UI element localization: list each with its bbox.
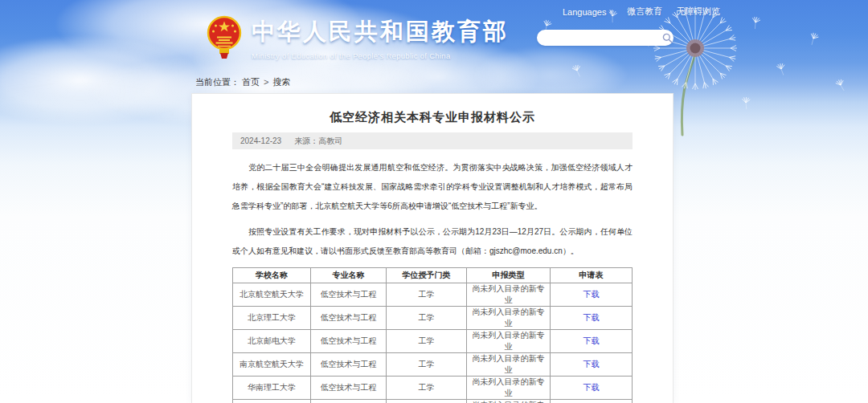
degree-category: 工学 [387,283,466,307]
degree-category: 工学 [387,307,466,330]
degree-category: 工学 [387,330,466,353]
site-subtitle: Ministry of Education of the People's Re… [252,51,509,60]
application-type: 尚未列入目录的新专业 [466,400,550,403]
table-row: 北京理工大学 低空技术与工程 工学 尚未列入目录的新专业 下载 [233,307,633,330]
download-link[interactable]: 下载 [583,313,600,322]
table-header-row: 学校名称 专业名称 学位授予门类 申报类型 申请表 [233,268,633,283]
application-type: 尚未列入目录的新专业 [466,283,550,307]
article-paragraph-1: 党的二十届三中全会明确提出发展通用航空和低空经济。为贯彻落实中央战略决策，加强低… [232,158,633,216]
article-paragraph-2: 按照专业设置有关工作要求，现对申报材料予以公示，公示期为12月23日—12月27… [232,222,633,261]
degree-category: 工学 [387,377,466,400]
degree-category: 工学 [387,353,466,377]
table-row: 南京航空航天大学 低空技术与工程 工学 尚未列入目录的新专业 下载 [233,353,633,377]
languages-menu[interactable]: Languages ∨ [563,7,613,17]
top-nav: Languages ∨ 微言教育 无障碍浏览 [563,6,720,18]
school-name: 西北工业大学 [233,400,311,403]
major-name: 低空技术与工程 [310,283,386,307]
article-meta-bar: 2024-12-23 来源：高教司 [232,132,633,149]
download-link[interactable]: 下载 [583,290,600,299]
table-row: 北京航空航天大学 低空技术与工程 工学 尚未列入目录的新专业 下载 [233,283,633,307]
application-type: 尚未列入目录的新专业 [466,307,550,330]
site-header: 中华人民共和国教育部 Ministry of Education of the … [206,15,509,60]
application-type: 尚未列入目录的新专业 [466,330,550,353]
col-header-major: 专业名称 [310,268,386,283]
table-row: 华南理工大学 低空技术与工程 工学 尚未列入目录的新专业 下载 [233,377,633,400]
search-icon[interactable] [662,33,673,43]
page-title: 低空经济相关本科专业申报材料公示 [232,94,633,124]
application-type: 尚未列入目录的新专业 [466,377,550,400]
download-link[interactable]: 下载 [583,383,600,392]
wechat-link[interactable]: 微言教育 [627,6,662,18]
breadcrumb-home-link[interactable]: 首页 [242,77,260,87]
breadcrumb-prefix: 当前位置： [195,77,240,87]
publish-date: 2024-12-23 [240,132,281,149]
breadcrumb: 当前位置：首页>搜索 [195,76,293,88]
national-emblem-logo [206,15,243,60]
major-name: 低空技术与工程 [310,307,386,330]
download-link[interactable]: 下载 [583,360,600,368]
application-table: 学校名称 专业名称 学位授予门类 申报类型 申请表 北京航空航天大学 低空技术与… [232,267,633,403]
table-row: 北京邮电大学 低空技术与工程 工学 尚未列入目录的新专业 下载 [233,330,633,353]
site-title: 中华人民共和国教育部 [252,16,509,48]
chevron-down-icon: ∨ [608,8,613,15]
school-name: 北京邮电大学 [233,330,311,353]
col-header-form: 申请表 [551,268,633,283]
search-input[interactable] [545,32,662,43]
school-name: 北京理工大学 [233,307,311,330]
accessibility-link[interactable]: 无障碍浏览 [676,6,720,18]
major-name: 低空技术与工程 [310,400,386,403]
school-name: 北京航空航天大学 [233,283,311,307]
school-name: 南京航空航天大学 [233,353,311,377]
article-card: 低空经济相关本科专业申报材料公示 2024-12-23 来源：高教司 党的二十届… [191,93,674,403]
article-source: 来源：高教司 [294,132,342,149]
download-link[interactable]: 下载 [583,336,600,345]
breadcrumb-separator: > [264,77,268,87]
application-type: 尚未列入目录的新专业 [466,353,550,377]
major-name: 低空技术与工程 [310,377,386,400]
breadcrumb-current: 搜索 [272,77,290,87]
col-header-degree: 学位授予门类 [387,268,466,283]
col-header-type: 申报类型 [466,268,550,283]
degree-category: 工学 [387,400,466,403]
school-name: 华南理工大学 [233,377,311,400]
major-name: 低空技术与工程 [310,330,386,353]
major-name: 低空技术与工程 [310,353,386,377]
search-bar [537,30,674,46]
col-header-school: 学校名称 [233,268,311,283]
table-row: 西北工业大学 低空技术与工程 工学 尚未列入目录的新专业 下载 [233,400,633,403]
